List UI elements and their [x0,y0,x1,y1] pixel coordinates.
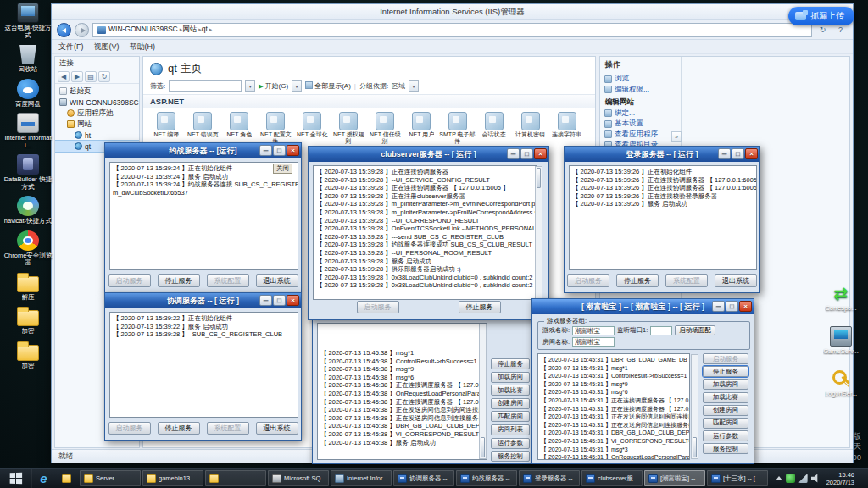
service-button[interactable]: 系统配置 [207,422,249,435]
taskbar-task[interactable]: 约战服务器 --... [456,470,517,486]
log-output[interactable]: 【 2020-07-13 15:39:22 】正在初始化组件【 2020-07-… [109,312,298,418]
maximize-icon[interactable] [732,148,744,159]
action-item[interactable]: 查看应用程序 [600,129,681,140]
minimize-icon[interactable] [718,148,731,159]
tray-status-icon[interactable] [786,474,795,483]
minimize-icon[interactable] [259,295,272,306]
tray-clock[interactable]: 15:46 2020/7/13 [824,471,857,486]
feature-item[interactable]: .NET 信任级别 [366,112,403,144]
service-button[interactable]: 停止服务 [158,422,200,435]
minimize-icon[interactable] [507,148,520,159]
scrollbar-thumb[interactable] [693,437,697,458]
breadcrumb-item[interactable]: 网站 [182,25,201,35]
menu-item[interactable]: 视图(V) [94,42,120,53]
desktop-icon[interactable]: navicat-快捷方式 [3,196,53,225]
maximize-icon[interactable] [726,301,738,312]
desktop-icon[interactable]: DataBuilder-快捷方式 [3,154,53,191]
service-button[interactable]: 创建房间 [491,398,530,409]
service-button[interactable]: 创建房间 [703,405,748,416]
service-button[interactable]: 启动服务 [703,353,748,364]
menu-item[interactable]: 帮助(H) [130,42,156,53]
close-icon[interactable] [287,295,299,306]
taskbar-task[interactable]: Microsoft SQ... [268,470,329,486]
close-icon[interactable] [739,301,752,312]
action-item[interactable]: 编辑权限... [600,84,681,95]
service-button[interactable]: 退出系统 [715,274,757,287]
taskbar-task[interactable]: [十三水] -- [... [707,470,768,486]
log-scrollbar[interactable] [691,354,698,459]
title-bar[interactable]: [ 潮富啦宝 ] -- [ 潮富啦宝 ] -- [ 运行 ] [532,299,754,314]
service-button[interactable]: 启动服务 [108,274,151,287]
maximize-icon[interactable] [273,145,286,156]
action-item[interactable]: 编辑网站 [600,97,681,108]
tree-item[interactable]: ht [55,130,139,141]
desktop-icon[interactable]: 这台电脑-快捷方式 [3,3,53,39]
service-button[interactable]: 匹配房间 [703,418,748,429]
desktop-icon[interactable]: 加密 [3,341,53,370]
title-bar[interactable]: 约战服务器 -- [运行] [105,143,301,158]
tree-item[interactable]: 网站 [55,119,139,130]
listen-port-field[interactable] [650,326,672,336]
service-button[interactable]: 匹配房间 [491,411,530,422]
taskbar-task[interactable]: gamebin13 [142,470,203,486]
minimize-icon[interactable] [259,145,272,156]
desktop-icon[interactable]: 回收站 [3,44,53,74]
scrollbar-thumb[interactable] [481,437,485,458]
action-item[interactable]: 绑定... [600,108,681,119]
start-button[interactable] [0,469,32,488]
room-name-field[interactable]: 潮富啦宝 [572,337,615,347]
minimize-icon[interactable] [712,301,725,312]
taskbar-task[interactable]: Internet Infor... [331,470,392,486]
feature-item[interactable]: SMTP 电子邮件 [439,112,476,144]
service-button[interactable]: 加载比赛 [491,385,530,396]
breadcrumb-item[interactable]: WIN-GONNU6398SC [108,25,182,35]
quicklaunch-ie-button[interactable] [32,469,55,488]
show-all-button[interactable]: 全部显示(A) [305,81,351,91]
log-output[interactable]: 【 2020-07-13 15:39:26 】正在初始化组件【 2020-07-… [569,165,757,270]
feature-item[interactable]: 连接字符串 [548,112,585,144]
desktop-icon[interactable]: Correspo... [815,283,866,313]
feature-item[interactable]: .NET 用户 [403,112,439,144]
taskbar-task[interactable] [205,470,266,486]
back-icon[interactable] [58,71,70,82]
taskbar-task[interactable]: clubserver服... [581,470,643,486]
feature-item[interactable]: 计算机密钥 [512,112,548,144]
service-button[interactable]: 服务控制 [703,443,748,454]
close-icon[interactable] [534,148,547,159]
tray-volume-icon[interactable] [811,474,821,483]
menu-item[interactable]: 文件(F) [58,42,84,53]
action-item[interactable]: 浏览 [600,73,681,84]
tree-item[interactable]: 起始页 [55,86,139,97]
scene-config-button[interactable]: 启动场面配 [675,325,715,336]
service-button[interactable]: 系统配置 [665,274,708,287]
desktop-icon[interactable]: 解压 [3,272,53,302]
service-button[interactable]: 加载比赛 [703,392,748,403]
log-output[interactable]: 【 2020-07-13 15:45:31 】DBR_GB_LOAD_GAME_… [537,353,690,460]
log-output[interactable]: 【 2020-07-13 15:45:38 】msg*1【 2020-07-13… [317,323,487,460]
collapse-chevron-icon[interactable] [671,131,682,142]
filter-dropdown-icon[interactable] [245,80,255,92]
feature-item[interactable]: .NET 错误页 [184,112,220,144]
back-icon[interactable] [57,23,71,37]
service-button[interactable]: 启动服务 [567,274,609,287]
refresh-icon[interactable] [98,71,110,82]
service-button[interactable]: 运行参数 [491,438,530,449]
feature-item[interactable]: .NET 全球化 [293,112,330,144]
taskbar-task[interactable]: 登录服务器 --... [519,470,580,486]
service-button[interactable]: 停止服务 [459,301,501,313]
scrollbar-thumb[interactable] [537,168,541,188]
feature-item[interactable]: .NET 编译 [147,112,184,144]
screen-upload-button[interactable]: 抓漏上传 [788,7,854,25]
quicklaunch-explorer-button[interactable] [55,469,78,488]
service-button[interactable]: 加载房间 [703,379,748,390]
taskbar-task[interactable]: 协调服务器 --... [393,470,454,486]
close-chip[interactable]: 关闭 [273,164,292,174]
feature-item[interactable]: .NET 配置文件 [257,112,293,144]
desktop-icon[interactable]: Internet Informati... [3,113,53,149]
taskbar-task[interactable]: Server [80,470,141,486]
service-button[interactable]: 运行参数 [703,430,748,441]
forward-icon[interactable] [71,71,83,82]
tree-item[interactable]: 应用程序池 [55,108,139,119]
maximize-icon[interactable] [273,295,286,306]
desktop-icon[interactable]: GameServ... [815,326,866,356]
